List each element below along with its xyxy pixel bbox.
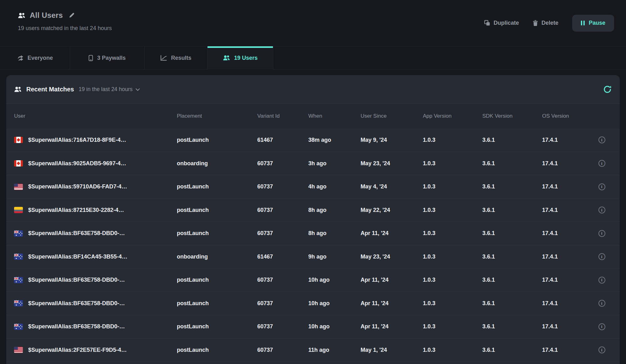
- recent-matches-panel: Recent Matches 19 in the last 24 hours U…: [6, 75, 620, 364]
- table-row[interactable]: $SuperwallAlias:BF14CA45-3B55-4… onboard…: [6, 245, 620, 269]
- os-version-value: 17.4.1: [542, 323, 592, 330]
- column-header-sdk-version: SDK Version: [482, 113, 542, 119]
- duplicate-label: Duplicate: [494, 20, 519, 26]
- when-value: 10h ago: [308, 277, 361, 283]
- sdk-version-value: 3.6.1: [482, 160, 542, 167]
- table-row[interactable]: $SuperwallAlias:BF63E758-DBD0-… postLaun…: [6, 292, 620, 315]
- delete-button[interactable]: Delete: [533, 20, 558, 26]
- when-value: 4h ago: [308, 183, 361, 190]
- variant-id-value: 60737: [257, 323, 308, 330]
- country-flag: [14, 160, 23, 167]
- column-header-user-since: User Since: [361, 113, 423, 119]
- page-title: All Users: [30, 11, 63, 20]
- table-row[interactable]: $SuperwallAlias:59710AD6-FAD7-4… postLau…: [6, 175, 620, 198]
- sdk-version-value: 3.6.1: [482, 137, 542, 143]
- country-flag: [14, 184, 23, 190]
- app-version-value: 1.0.3: [423, 207, 482, 213]
- duplicate-button[interactable]: Duplicate: [484, 20, 519, 26]
- user-alias: $SuperwallAlias:87215E30-2282-4…: [28, 207, 124, 213]
- tab-label-results: Results: [171, 55, 191, 61]
- users-icon: [18, 13, 25, 18]
- sdk-version-value: 3.6.1: [482, 347, 542, 353]
- user-since-value: May 23, '24: [361, 160, 423, 167]
- variant-id-value: 60737: [257, 347, 308, 353]
- app-version-value: 1.0.3: [423, 183, 482, 190]
- info-icon[interactable]: i: [598, 230, 605, 237]
- everyone-arrows-icon: [17, 55, 23, 61]
- country-flag: [14, 300, 23, 306]
- when-value: 38m ago: [308, 137, 361, 143]
- table-row[interactable]: $SuperwallAlias:716A7D18-8F9E-4… postLau…: [6, 128, 620, 152]
- table-header-row: User Placement Variant Id When User Sinc…: [6, 104, 620, 128]
- user-alias: $SuperwallAlias:BF63E758-DBD0-…: [28, 323, 125, 330]
- variant-id-value: 61467: [257, 137, 308, 143]
- table-row[interactable]: $SuperwallAlias:2F2E57EE-F9D5-4… postLau…: [6, 338, 620, 362]
- sdk-version-value: 3.6.1: [482, 183, 542, 190]
- variant-id-value: 60737: [257, 230, 308, 237]
- os-version-value: 17.4.1: [542, 183, 592, 190]
- pause-button[interactable]: Pause: [572, 15, 614, 32]
- pause-icon: [581, 21, 585, 25]
- tab-users[interactable]: 19 Users: [208, 46, 273, 69]
- user-since-value: Apr 11, '24: [361, 300, 423, 307]
- results-chart-icon: [160, 55, 167, 61]
- info-icon[interactable]: i: [598, 160, 605, 167]
- time-range-filter[interactable]: 19 in the last 24 hours: [79, 86, 140, 93]
- table-row-partial: [6, 361, 620, 364]
- column-header-os-version: OS Version: [542, 113, 592, 119]
- users-icon: [223, 55, 230, 61]
- time-range-label: 19 in the last 24 hours: [79, 86, 132, 93]
- info-icon[interactable]: i: [598, 323, 605, 330]
- pencil-icon[interactable]: [69, 13, 74, 18]
- table-row[interactable]: $SuperwallAlias:9025ADB5-9697-4… onboard…: [6, 152, 620, 175]
- when-value: 11h ago: [308, 347, 361, 353]
- variant-id-value: 60737: [257, 300, 308, 307]
- tab-bar: Everyone 3 Paywalls Results 19 Users: [0, 46, 626, 69]
- when-value: 10h ago: [308, 323, 361, 330]
- copy-icon: [484, 20, 490, 26]
- placement-value: postLaunch: [177, 347, 257, 353]
- country-flag: [14, 230, 23, 237]
- tab-everyone[interactable]: Everyone: [0, 46, 70, 69]
- table-row[interactable]: $SuperwallAlias:BF63E758-DBD0-… postLaun…: [6, 268, 620, 292]
- table-row[interactable]: $SuperwallAlias:BF63E758-DBD0-… postLaun…: [6, 315, 620, 338]
- info-icon[interactable]: i: [598, 253, 605, 260]
- table-row[interactable]: $SuperwallAlias:87215E30-2282-4… postLau…: [6, 198, 620, 222]
- country-flag: [14, 207, 23, 213]
- user-since-value: May 1, '24: [361, 347, 423, 353]
- column-header-placement: Placement: [177, 113, 257, 119]
- column-header-app-version: App Version: [423, 113, 482, 119]
- info-icon[interactable]: i: [598, 346, 605, 353]
- placement-value: postLaunch: [177, 137, 257, 143]
- table-row[interactable]: $SuperwallAlias:BF63E758-DBD0-… postLaun…: [6, 222, 620, 245]
- os-version-value: 17.4.1: [542, 160, 592, 167]
- user-alias: $SuperwallAlias:BF63E758-DBD0-…: [28, 230, 125, 237]
- user-alias: $SuperwallAlias:BF63E758-DBD0-…: [28, 277, 125, 283]
- os-version-value: 17.4.1: [542, 137, 592, 143]
- info-icon[interactable]: i: [598, 183, 605, 190]
- placement-value: postLaunch: [177, 230, 257, 237]
- tab-label-users: 19 Users: [234, 55, 258, 61]
- os-version-value: 17.4.1: [542, 230, 592, 237]
- tab-paywalls[interactable]: 3 Paywalls: [70, 46, 145, 69]
- os-version-value: 17.4.1: [542, 207, 592, 213]
- info-icon[interactable]: i: [598, 277, 605, 284]
- user-since-value: May 9, '24: [361, 137, 423, 143]
- info-icon[interactable]: i: [598, 136, 605, 143]
- when-value: 10h ago: [308, 300, 361, 307]
- variant-id-value: 60737: [257, 160, 308, 167]
- sdk-version-value: 3.6.1: [482, 254, 542, 260]
- when-value: 8h ago: [308, 230, 361, 237]
- delete-label: Delete: [541, 20, 558, 26]
- when-value: 9h ago: [308, 254, 361, 260]
- paywall-phone-icon: [89, 55, 93, 61]
- refresh-icon[interactable]: [603, 85, 612, 94]
- info-icon[interactable]: i: [598, 207, 605, 213]
- user-alias: $SuperwallAlias:2F2E57EE-F9D5-4…: [28, 347, 127, 353]
- column-header-variant-id: Variant Id: [257, 113, 308, 119]
- user-since-value: May 23, '24: [361, 254, 423, 260]
- tab-results[interactable]: Results: [145, 46, 208, 69]
- panel-header: Recent Matches 19 in the last 24 hours: [6, 75, 620, 104]
- info-icon[interactable]: i: [598, 300, 605, 307]
- country-flag: [14, 324, 23, 330]
